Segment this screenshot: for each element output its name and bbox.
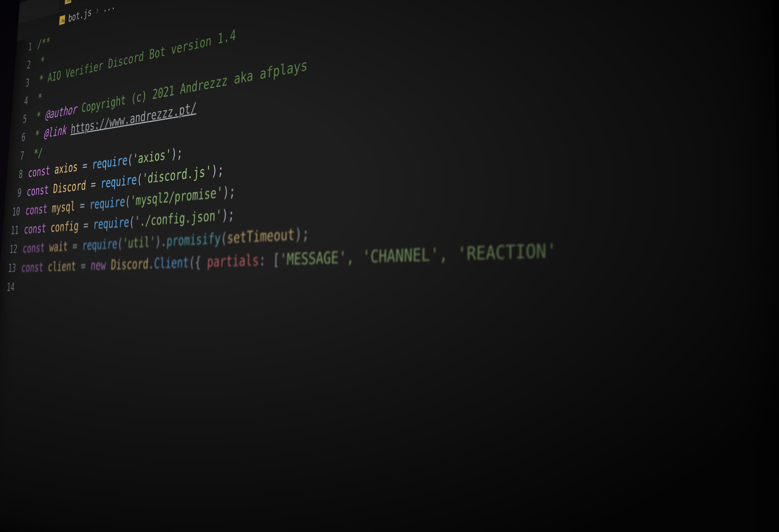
breadcrumb-filename: bot.js bbox=[68, 5, 92, 24]
line-number: 5 bbox=[10, 109, 27, 131]
line-number: 8 bbox=[6, 165, 23, 185]
js-file-icon: JS bbox=[65, 0, 72, 4]
line-number: 13 bbox=[0, 258, 17, 278]
breadcrumb-tail: ... bbox=[103, 0, 116, 14]
line-number: 7 bbox=[7, 146, 25, 167]
editor-window: Help JS bot.js × JS bot.js › ... 1 2 3 4… bbox=[0, 0, 779, 532]
line-number: 9 bbox=[5, 183, 22, 203]
viewport: Help JS bot.js × JS bot.js › ... 1 2 3 4… bbox=[0, 0, 779, 532]
code-editor[interactable]: 1 2 3 4 5 6 7 8 9 10 11 12 13 14 /** * *… bbox=[0, 0, 779, 296]
line-number: 12 bbox=[0, 239, 18, 259]
js-file-icon: JS bbox=[59, 15, 65, 25]
line-number: 6 bbox=[9, 128, 26, 149]
line-number: 11 bbox=[2, 221, 19, 240]
line-number: 14 bbox=[0, 277, 15, 296]
code-area[interactable]: /** * * AIO Verifier Discord Bot version… bbox=[19, 0, 779, 296]
chevron-right-icon: › bbox=[95, 3, 100, 16]
line-number: 10 bbox=[3, 202, 21, 222]
